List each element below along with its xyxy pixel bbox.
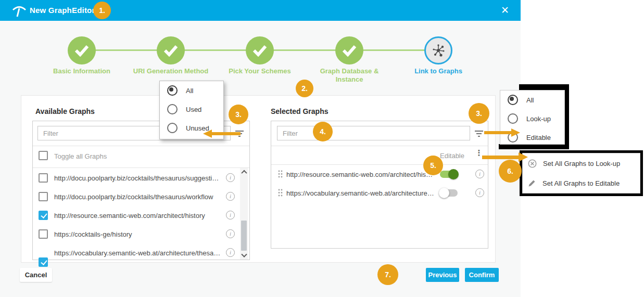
radio-icon[interactable] bbox=[508, 95, 518, 105]
filter-option-label: All bbox=[526, 96, 534, 104]
step-label-pick-schemes: Pick Your Schemes bbox=[213, 67, 307, 75]
graph-network-icon bbox=[431, 43, 446, 58]
selected-graph-url: https://vocabulary.semantic-web.at/archi… bbox=[286, 189, 435, 197]
selected-graphs-heading: Selected Graphs bbox=[271, 107, 329, 115]
graph-checkbox[interactable] bbox=[39, 211, 48, 220]
filter-option-label: Used bbox=[186, 106, 201, 113]
check-icon bbox=[342, 44, 357, 57]
filter-option-all[interactable]: All bbox=[500, 91, 564, 109]
annotation-arrow-right bbox=[519, 152, 528, 162]
selected-filter-icon[interactable] bbox=[474, 130, 484, 137]
info-icon[interactable]: i bbox=[226, 211, 235, 219]
cancel-button[interactable]: Cancel bbox=[20, 268, 52, 282]
toggle-all-label: Toggle all Graphs bbox=[54, 152, 107, 160]
menu-item-set-all-lookup[interactable]: Set All Graphs to Look-up bbox=[523, 153, 640, 173]
step-label-link-to-graphs: Link to Graphs bbox=[392, 67, 485, 75]
annotation-badge-6: 6. bbox=[499, 160, 522, 183]
step-label-basic-information: Basic Information bbox=[35, 67, 129, 75]
app-root: New GraphEditor ✕ bbox=[0, 0, 644, 297]
menu-item-label: Set All Graphs to Look-up bbox=[543, 160, 620, 167]
annotation-badge-5: 5. bbox=[423, 156, 443, 175]
scrollbar[interactable] bbox=[240, 168, 248, 260]
selected-filter-dropdown: All Look-up Editable bbox=[500, 90, 565, 145]
graph-checkbox[interactable] bbox=[39, 229, 48, 239]
annotation-badge-2: 2. bbox=[296, 80, 313, 97]
cancel-circle-icon bbox=[528, 159, 537, 168]
info-icon[interactable]: i bbox=[226, 248, 235, 257]
info-icon[interactable]: i bbox=[475, 188, 484, 197]
available-graphs-panel bbox=[32, 121, 250, 260]
step-circle-pick-schemes bbox=[246, 36, 274, 64]
filter-option-label: All bbox=[186, 87, 193, 95]
drag-handle-icon[interactable] bbox=[278, 189, 283, 197]
close-icon[interactable]: ✕ bbox=[498, 4, 512, 17]
check-icon bbox=[74, 44, 90, 57]
kebab-menu-icon[interactable]: ⋮ bbox=[475, 151, 483, 154]
graph-checkbox[interactable] bbox=[39, 192, 48, 201]
dialog-title: New GraphEditor bbox=[30, 6, 95, 15]
check-icon bbox=[252, 44, 268, 57]
graph-url: http://docu.poolparty.biz/cocktails/thes… bbox=[54, 174, 222, 182]
editable-toggle[interactable] bbox=[439, 188, 459, 198]
scrollbar-thumb[interactable] bbox=[241, 221, 247, 251]
scroll-down-button[interactable] bbox=[240, 252, 248, 260]
radio-icon[interactable] bbox=[167, 123, 178, 133]
info-icon[interactable]: i bbox=[226, 229, 235, 238]
selected-filter-input[interactable] bbox=[277, 126, 470, 140]
step-circle-uri-generation bbox=[157, 36, 185, 64]
poolparty-logo-icon bbox=[11, 5, 27, 17]
menu-item-label: Set All Graphs to Editable bbox=[542, 179, 620, 187]
editable-column-label: Editable bbox=[440, 152, 464, 160]
info-icon[interactable]: i bbox=[226, 192, 235, 201]
divider bbox=[271, 164, 488, 165]
previous-button[interactable]: Previous bbox=[426, 268, 459, 282]
menu-item-set-all-editable[interactable]: Set All Graphs to Editable bbox=[523, 173, 640, 193]
annotation-badge-4: 4. bbox=[313, 122, 333, 141]
toggle-all-checkbox[interactable] bbox=[39, 151, 48, 160]
available-filter-dropdown: All Used Unused bbox=[159, 81, 224, 139]
drag-handle-icon[interactable] bbox=[278, 170, 283, 178]
confirm-button[interactable]: Confirm bbox=[465, 268, 499, 282]
graph-editor-dialog: New GraphEditor ✕ bbox=[0, 0, 521, 297]
step-circle-graph-database bbox=[335, 36, 363, 64]
graph-url: https://cocktails-ge/history bbox=[54, 230, 222, 238]
scroll-up-button[interactable] bbox=[240, 168, 248, 176]
radio-icon[interactable] bbox=[167, 104, 178, 114]
filter-option-label: Look-up bbox=[526, 115, 551, 123]
graph-checkbox[interactable] bbox=[39, 173, 48, 183]
divider bbox=[271, 146, 488, 146]
radio-icon[interactable] bbox=[167, 85, 178, 96]
selected-graph-url: http://resource.semantic-web.com/archite… bbox=[286, 171, 435, 178]
info-icon[interactable]: i bbox=[475, 170, 484, 178]
annotation-arrow-tail bbox=[211, 132, 241, 135]
step-circle-basic-information bbox=[68, 36, 96, 64]
graph-url: http://docu.poolparty.biz/cocktails/thes… bbox=[54, 193, 222, 201]
filter-option-label: Editable bbox=[526, 134, 551, 141]
pencil-icon bbox=[528, 179, 536, 187]
divider bbox=[33, 167, 249, 168]
graph-url: https://vocabulary.semantic-web.at/archi… bbox=[54, 249, 222, 257]
filter-option-used[interactable]: Used bbox=[160, 100, 223, 119]
filter-option-lookup[interactable]: Look-up bbox=[500, 109, 564, 128]
check-icon bbox=[163, 44, 179, 57]
annotation-badge-1: 1. bbox=[93, 2, 111, 19]
available-graphs-heading: Available Graphs bbox=[35, 107, 95, 115]
annotation-badge-3-right: 3. bbox=[469, 103, 489, 124]
set-all-actions-menu: Set All Graphs to Look-up Set All Graphs… bbox=[522, 153, 640, 193]
info-icon[interactable]: i bbox=[226, 173, 235, 182]
step-label-graph-database: Graph Database & Instance bbox=[310, 67, 388, 84]
annotation-arrow-right bbox=[511, 128, 520, 137]
divider bbox=[33, 146, 249, 146]
step-label-uri-generation: URI Generation Method bbox=[124, 67, 218, 75]
graph-url: http://resource.semantic-web.com/archite… bbox=[54, 212, 222, 219]
title-bar: New GraphEditor ✕ bbox=[0, 0, 521, 21]
annotation-badge-3-left: 3. bbox=[229, 105, 248, 124]
editable-toggle[interactable] bbox=[439, 169, 459, 179]
highlight-frame bbox=[519, 84, 569, 90]
radio-icon[interactable] bbox=[508, 113, 518, 124]
filter-option-all[interactable]: All bbox=[160, 81, 223, 100]
graph-checkbox[interactable] bbox=[39, 257, 48, 267]
annotation-arrow-tail bbox=[482, 156, 520, 159]
step-circle-link-to-graphs bbox=[424, 36, 452, 64]
annotation-badge-7: 7. bbox=[377, 264, 398, 285]
